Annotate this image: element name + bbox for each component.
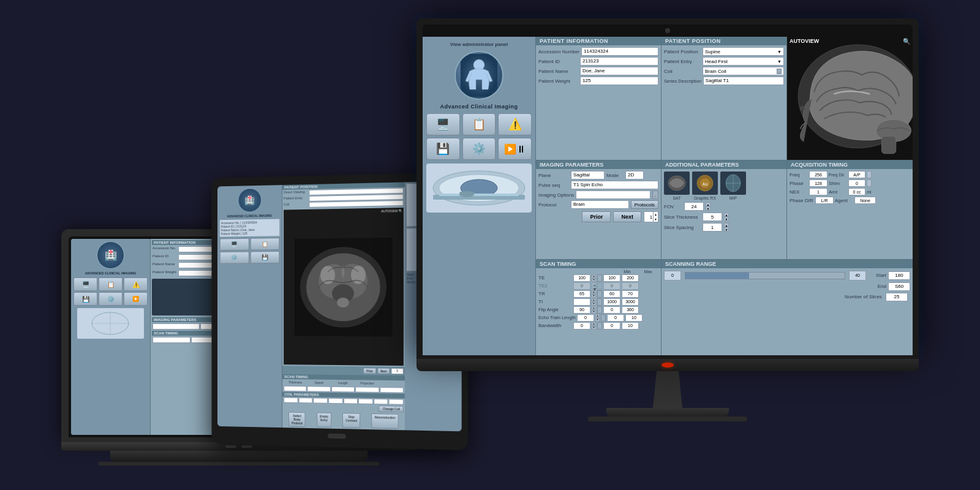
freq-dir-field[interactable]: A/P — [848, 171, 865, 178]
acquisition-timing-header: ACQUISITION TIMING — [787, 160, 913, 169]
freq-dir-btn[interactable] — [867, 171, 872, 178]
sat-label: SAT — [673, 196, 680, 200]
freq-field[interactable]: 256 — [809, 171, 827, 178]
end-field[interactable]: S60 — [888, 282, 910, 291]
mode-field[interactable]: 2D — [625, 171, 644, 179]
amt-field[interactable]: 0 cc — [848, 188, 865, 195]
settings-icon-btn[interactable]: ⚙️ — [462, 138, 496, 160]
flip-angle-field[interactable]: 90 — [573, 306, 590, 314]
warning-icon-btn[interactable]: ⚠️ — [498, 113, 532, 135]
nex-label: NEX — [790, 189, 808, 195]
position-select[interactable]: Supine ▼ — [703, 47, 784, 56]
fov-up-btn[interactable]: ▲ — [706, 202, 710, 206]
accession-number-field[interactable]: 114324324 — [581, 47, 658, 56]
prior-button[interactable]: Prior — [582, 211, 611, 222]
imaging-params-header: IMAGING PARAMETERS — [536, 160, 661, 169]
tr-down-btn[interactable]: ▼ — [592, 294, 596, 298]
tablet-home-button[interactable] — [328, 434, 346, 439]
series-desc-label: Series Description — [664, 78, 701, 84]
slice-thickness-label: Slice Thickness — [664, 214, 701, 220]
imaging-options-field[interactable] — [576, 190, 650, 199]
echo-slider[interactable] — [601, 314, 606, 322]
mip-thumbnail[interactable] — [720, 172, 746, 195]
patient-name-field[interactable]: Doe, Jane — [580, 67, 658, 75]
ti-slider[interactable] — [597, 298, 602, 306]
monitor-icon-btn[interactable]: 🖥️ — [426, 113, 460, 135]
te-max-field: 200 — [622, 274, 639, 282]
nex-field[interactable]: 1 — [809, 188, 827, 195]
fov-field[interactable]: 24 — [684, 202, 704, 211]
range-val-0: 0 — [664, 271, 681, 281]
ti-min-field: 1000 — [603, 298, 620, 306]
bw-min-field: 0 — [603, 322, 620, 330]
autoview-search-icon[interactable]: 🔍 — [903, 38, 910, 45]
shim-btn[interactable] — [867, 179, 872, 187]
series-desc-field[interactable]: Sagittal T1 — [703, 77, 784, 85]
protocols-button[interactable]: Protocols — [631, 200, 658, 209]
monitor-screen: View administrator panel — [423, 37, 913, 355]
spacing-down-btn[interactable]: ▼ — [724, 227, 729, 232]
app-title: Advanced Clinical Imaging — [440, 104, 518, 110]
plane-field[interactable]: Sagittal — [571, 171, 605, 179]
te-label: TE — [538, 275, 572, 281]
ti-down-btn[interactable]: ▼ — [592, 302, 596, 306]
flip-angle-label: Flip Angle — [538, 307, 572, 312]
num-slices-field[interactable]: 25 — [886, 293, 908, 301]
tr-slider[interactable] — [597, 290, 602, 298]
pulse-seq-field[interactable]: T1 Spin Echo — [571, 181, 658, 189]
thickness-up-btn[interactable]: ▲ — [724, 213, 729, 217]
patient-weight-field[interactable]: 125 — [580, 77, 658, 85]
webcam-indicator — [665, 28, 670, 33]
ti-field[interactable] — [573, 298, 590, 306]
scene: 🏥 ADVANCED CLINICAL IMAGING 🖥️ 📋 ⚠️ 💾 ⚙️… — [61, 6, 919, 484]
sat-thumbnail[interactable] — [664, 172, 690, 195]
bandwidth-field[interactable]: 0 — [573, 322, 590, 330]
flip-slider[interactable] — [597, 306, 602, 314]
bw-slider[interactable] — [597, 322, 602, 330]
slice-thickness-field[interactable]: 5 — [703, 213, 722, 221]
svg-point-20 — [337, 297, 349, 307]
patient-entry-select[interactable]: Head First ▼ — [703, 57, 784, 66]
next-button[interactable]: Next — [613, 211, 641, 222]
spacing-up-btn[interactable]: ▲ — [724, 223, 729, 227]
clipboard-icon-btn[interactable]: 📋 — [462, 113, 496, 135]
coil-field[interactable]: Brain Coil . — [703, 67, 784, 75]
protocol-field[interactable]: Brain — [571, 200, 629, 209]
imaging-options-btn[interactable]: . — [652, 190, 658, 199]
save-icon-btn[interactable]: 💾 — [426, 138, 460, 160]
te-down-btn[interactable]: ▼ — [592, 278, 596, 282]
slice-spacing-field[interactable]: 1 — [703, 223, 722, 232]
fov-down-btn[interactable]: ▼ — [706, 206, 710, 211]
svg-text:Au: Au — [703, 182, 708, 186]
pulse-seq-label: Pulse seq — [538, 183, 569, 188]
phase-dir-field[interactable]: L/R — [815, 197, 834, 204]
autoview-label: AUTOVIEW — [790, 38, 819, 44]
tr-field[interactable]: 65 — [573, 290, 590, 298]
patient-id-field[interactable]: 213123 — [580, 57, 658, 66]
freq-dir-label: Freq Dir — [829, 173, 847, 177]
more-icon-btn[interactable]: ▶️⏸ — [498, 138, 532, 160]
te-slider[interactable] — [597, 274, 602, 282]
echo-down-btn[interactable]: ▼ — [595, 318, 600, 322]
phase-label: Phase — [790, 181, 808, 186]
echo-train-field[interactable]: 0 — [577, 314, 594, 322]
patient-entry-label: Patient Entry — [664, 59, 701, 64]
flip-down-btn[interactable]: ▼ — [592, 310, 596, 314]
te2-field: 0 — [573, 282, 590, 290]
monitor-power-button[interactable] — [662, 363, 674, 368]
shim-label: Shim — [829, 181, 847, 186]
start-field[interactable]: 180 — [888, 271, 910, 280]
graphic-rx-thumbnail[interactable]: Au — [692, 172, 718, 195]
thickness-down-btn[interactable]: ▼ — [724, 217, 729, 221]
te-field[interactable]: 100 — [573, 274, 590, 282]
image-counter[interactable]: 1▲▼ — [644, 211, 658, 222]
shim-field[interactable]: 0 — [848, 179, 865, 187]
ti-max-field: 3000 — [622, 298, 639, 306]
agent-field[interactable]: None — [854, 197, 876, 204]
agent-label: Agent — [835, 198, 853, 203]
bw-down-btn[interactable]: ▼ — [592, 326, 596, 330]
phase-field[interactable]: 128 — [809, 179, 827, 187]
freq-label: Freq — [790, 172, 808, 178]
flip-max-field: 360 — [622, 306, 639, 314]
amt-label: Amt — [829, 189, 847, 195]
